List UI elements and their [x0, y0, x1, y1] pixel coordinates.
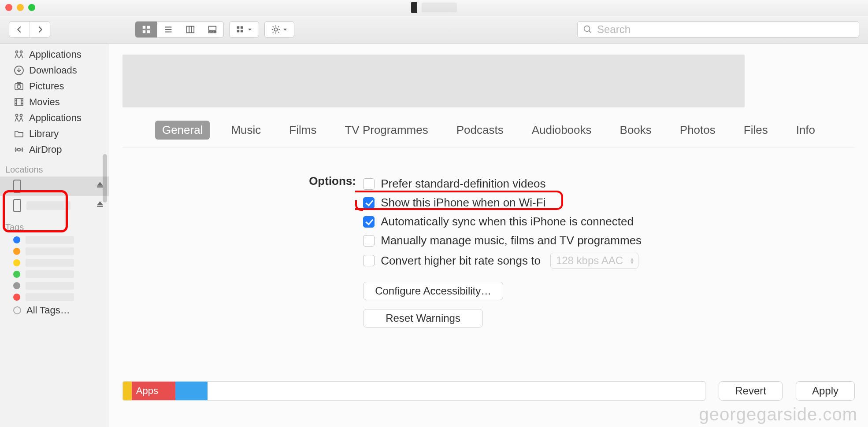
tab-podcasts[interactable]: Podcasts [449, 121, 511, 140]
tag-item[interactable] [0, 291, 109, 303]
sidebar-device-2[interactable] [0, 196, 109, 215]
device-name-redacted [422, 3, 457, 12]
all-tags-icon [13, 306, 21, 314]
checkbox-label: Automatically sync when this iPhone is c… [381, 215, 634, 228]
sidebar-item-library[interactable]: Library [0, 126, 109, 142]
sidebar-label: Applications [29, 112, 82, 124]
view-gallery[interactable] [201, 22, 223, 37]
svg-rect-12 [211, 32, 213, 33]
configure-accessibility-button[interactable]: Configure Accessibility… [363, 282, 503, 300]
sidebar-item-downloads[interactable]: Downloads [0, 63, 109, 78]
svg-rect-28 [17, 82, 21, 84]
sidebar-header-tags: Tags [0, 215, 109, 234]
checkbox-label: Manually manage music, films and TV prog… [381, 234, 642, 247]
tag-dot-icon [13, 282, 20, 289]
tab-info[interactable]: Info [789, 121, 822, 140]
tab-music[interactable]: Music [224, 121, 268, 140]
svg-rect-29 [15, 99, 23, 106]
sidebar-item-airdrop[interactable]: AirDrop [0, 142, 109, 158]
tag-label-redacted [26, 282, 74, 290]
sidebar-item-all-tags[interactable]: All Tags… [0, 303, 109, 318]
tag-item[interactable] [0, 257, 109, 269]
sidebar-item-applications-2[interactable]: Applications [0, 110, 109, 126]
tag-label-redacted [26, 293, 74, 301]
group-by-button[interactable] [229, 21, 259, 38]
checkbox-label: Convert higher bit rate songs to [381, 254, 541, 268]
iphone-icon [13, 199, 21, 212]
sidebar-label: Library [29, 128, 59, 140]
capacity-segment-apps: Apps [132, 382, 175, 400]
capacity-segment [175, 382, 208, 400]
bitrate-select[interactable]: 128 kbps AAC ▲▼ [550, 253, 638, 269]
checkbox-label: Prefer standard-definition videos [381, 177, 545, 191]
tag-item[interactable] [0, 280, 109, 291]
back-button[interactable] [9, 22, 30, 37]
view-icon-grid[interactable] [135, 22, 157, 37]
sidebar-device-1[interactable] [0, 177, 109, 196]
tag-label-redacted [26, 247, 74, 255]
device-header-redacted [122, 55, 745, 107]
apply-button[interactable]: Apply [796, 381, 855, 401]
svg-marker-39 [97, 182, 103, 185]
tab-audiobooks[interactable]: Audiobooks [525, 121, 599, 140]
close-window-button[interactable] [5, 4, 12, 11]
svg-rect-3 [147, 30, 150, 33]
folder-icon [13, 128, 25, 140]
tab-photos[interactable]: Photos [673, 121, 723, 140]
applications-icon [13, 112, 25, 124]
options-section: Options: Prefer standard-definition vide… [286, 174, 868, 328]
titlebar [0, 0, 868, 15]
movies-icon [13, 96, 25, 108]
checkbox-auto-sync[interactable] [363, 216, 375, 228]
action-menu-button[interactable] [264, 21, 294, 38]
svg-point-38 [18, 148, 20, 151]
checkbox-convert-bitrate[interactable] [363, 255, 375, 266]
tab-films[interactable]: Films [282, 121, 323, 140]
svg-point-37 [20, 114, 22, 117]
revert-button[interactable]: Revert [719, 381, 783, 401]
view-columns[interactable] [179, 22, 201, 37]
sidebar-item-applications[interactable]: Applications [0, 47, 109, 63]
svg-line-22 [589, 31, 591, 33]
tag-item[interactable] [0, 234, 109, 246]
sidebar-label: All Tags… [26, 305, 70, 316]
sidebar-item-movies[interactable]: Movies [0, 94, 109, 110]
reset-warnings-button[interactable]: Reset Warnings [363, 309, 483, 328]
tab-books[interactable]: Books [613, 121, 659, 140]
sidebar-scrollbar[interactable] [103, 154, 107, 202]
zoom-window-button[interactable] [28, 4, 35, 11]
search-input[interactable] [597, 23, 853, 36]
svg-point-23 [16, 51, 18, 53]
checkbox-manual-manage[interactable] [363, 235, 375, 247]
annotation-highlight [355, 200, 363, 211]
toolbar [0, 15, 868, 44]
view-mode-segment [135, 21, 224, 38]
svg-rect-10 [209, 26, 216, 30]
tag-item[interactable] [0, 246, 109, 257]
nav-back-forward [9, 21, 50, 38]
options-label: Options: [286, 174, 360, 188]
tag-dot-icon [13, 248, 20, 255]
minimize-window-button[interactable] [17, 4, 24, 11]
iphone-icon [13, 180, 21, 193]
checkbox-prefer-sd[interactable] [363, 178, 375, 190]
checkbox-show-on-wifi[interactable] [363, 197, 375, 209]
tag-label-redacted [26, 236, 74, 244]
tag-dot-icon [13, 294, 20, 301]
watermark: georgegarside.com [699, 405, 857, 424]
tab-tv-programmes[interactable]: TV Programmes [338, 121, 435, 140]
sidebar-label: Applications [29, 49, 82, 60]
sidebar-item-pictures[interactable]: Pictures [0, 78, 109, 94]
tag-dot-icon [13, 259, 20, 266]
tab-files[interactable]: Files [737, 121, 775, 140]
tag-item[interactable] [0, 269, 109, 280]
svg-rect-16 [237, 30, 240, 33]
svg-rect-7 [187, 26, 194, 33]
svg-rect-0 [143, 26, 145, 29]
tab-general[interactable]: General [155, 121, 210, 140]
view-list[interactable] [157, 22, 179, 37]
tag-dot-icon [13, 271, 20, 278]
forward-button[interactable] [30, 22, 50, 37]
search-field[interactable] [577, 21, 859, 38]
svg-rect-42 [97, 206, 103, 207]
